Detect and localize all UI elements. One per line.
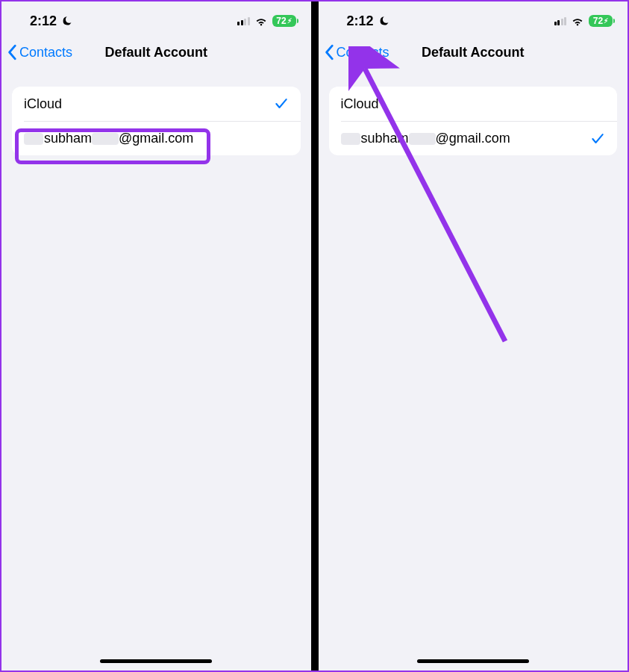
status-time: 2:12 (30, 13, 57, 29)
back-button[interactable]: Contacts (325, 44, 389, 60)
redacted-text (24, 133, 43, 145)
redacted-text (341, 133, 360, 145)
wifi-icon (254, 16, 268, 26)
navigation-bar: Contacts Default Account (1, 37, 311, 70)
charging-icon: ⚡︎ (287, 17, 292, 25)
phone-screenshot-right: 2:12 72⚡︎ Contacts Default Account iClou… (319, 1, 628, 671)
back-label: Contacts (337, 45, 389, 60)
status-time: 2:12 (347, 13, 374, 29)
home-indicator[interactable] (100, 659, 212, 663)
account-list: iCloud subham@gmail.com (12, 87, 301, 155)
chevron-left-icon (325, 44, 335, 60)
account-label: subham@gmail.com (341, 131, 510, 146)
home-indicator[interactable] (417, 659, 529, 663)
battery-indicator: 72⚡︎ (272, 15, 296, 27)
page-title: Default Account (105, 45, 207, 60)
phone-screenshot-left: 2:12 72⚡︎ Contacts Default Account iClou… (1, 1, 311, 671)
checkmark-icon (590, 131, 605, 146)
status-bar: 2:12 72⚡︎ (1, 1, 311, 37)
checkmark-icon (274, 96, 289, 111)
account-label: iCloud (341, 96, 379, 112)
back-label: Contacts (19, 45, 72, 60)
account-row-gmail[interactable]: subham@gmail.com (341, 121, 618, 155)
account-label: iCloud (24, 96, 62, 112)
battery-indicator: 72⚡︎ (589, 15, 613, 27)
do-not-disturb-icon (61, 16, 72, 27)
account-label: subham@gmail.com (24, 131, 193, 146)
status-bar: 2:12 72⚡︎ (319, 1, 628, 37)
screenshot-divider (311, 1, 319, 671)
wifi-icon (571, 16, 584, 26)
cellular-signal-icon (554, 16, 567, 25)
back-button[interactable]: Contacts (7, 44, 72, 60)
redacted-text (409, 133, 436, 145)
redacted-text (92, 133, 119, 145)
do-not-disturb-icon (378, 16, 389, 27)
account-row-icloud[interactable]: iCloud (329, 87, 618, 121)
account-list: iCloud subham@gmail.com (329, 87, 618, 155)
cellular-signal-icon (237, 16, 250, 25)
charging-icon: ⚡︎ (604, 17, 608, 25)
chevron-left-icon (7, 44, 18, 60)
battery-percent: 72 (276, 16, 286, 26)
page-title: Default Account (422, 45, 524, 60)
battery-percent: 72 (593, 16, 603, 26)
account-row-gmail[interactable]: subham@gmail.com (24, 121, 301, 155)
account-row-icloud[interactable]: iCloud (12, 87, 301, 121)
navigation-bar: Contacts Default Account (319, 37, 628, 70)
